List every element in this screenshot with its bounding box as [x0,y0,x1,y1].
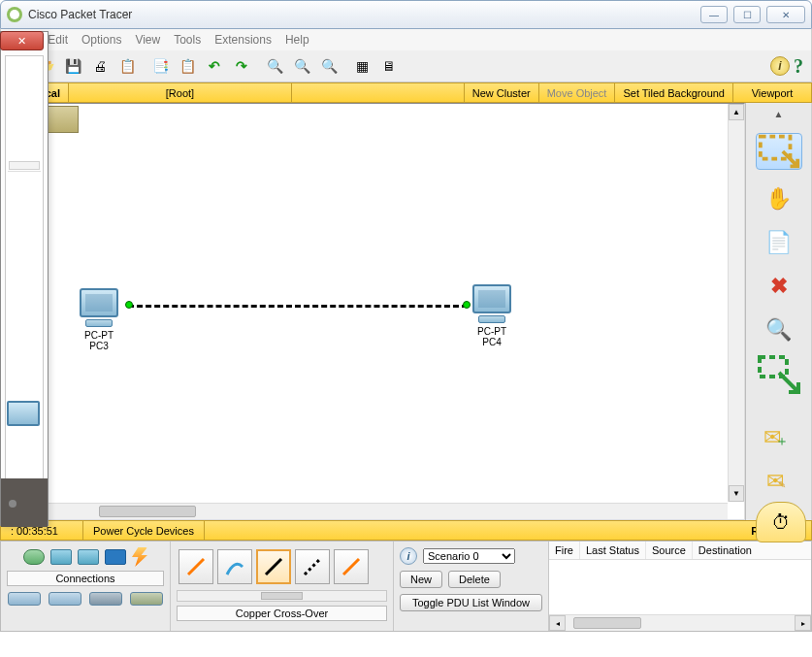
routers-category-icon[interactable] [23,549,45,565]
cable-straight-icon[interactable] [295,549,330,584]
app-icon [7,7,22,22]
cable-console-icon[interactable] [217,549,252,584]
menu-bar: File Edit Options View Tools Extensions … [0,29,812,50]
scenario-select[interactable]: Scenario 0 [423,548,515,564]
paste-icon[interactable]: 📋 [175,53,200,79]
simple-pdu-icon[interactable]: ✉＋ [756,422,802,452]
svg-line-3 [266,559,281,575]
viewport-button[interactable]: Viewport [733,83,811,102]
link-pc3-pc4[interactable] [128,305,468,308]
status-bar: : 00:35:51 Power Cycle Devices Realtime [0,520,812,541]
palette-scroll-up[interactable]: ▲ [774,109,784,119]
power-cycle-button[interactable]: Power Cycle Devices [83,521,205,540]
menu-help[interactable]: Help [285,33,309,47]
connections-category-icon[interactable] [132,547,147,567]
minimize-button[interactable]: — [700,6,728,23]
switches-category-icon[interactable] [50,549,72,565]
set-tiled-bg-button[interactable]: Set Tiled Background [615,83,733,102]
note-tool-icon[interactable]: 📄 [756,227,802,257]
move-object-button[interactable]: Move Object [539,83,616,102]
canvas-hscroll[interactable] [2,503,728,519]
print-icon[interactable]: 🖨 [87,53,113,79]
device-pc4[interactable]: PC-PT PC4 [472,284,511,347]
svg-line-5 [343,559,359,575]
canvas-vscroll[interactable]: ▲▼ [728,104,744,502]
palette-icon[interactable]: ▦ [349,53,374,79]
realtime-bubble-icon[interactable]: ⏱ [756,502,806,542]
pdu-col-laststatus[interactable]: Last Status [580,542,646,559]
redo-icon[interactable]: ↷ [229,53,254,79]
svg-line-2 [188,559,204,575]
new-cluster-button[interactable]: New Cluster [465,83,539,102]
pdu-hscroll[interactable]: ◂▸ [549,614,811,631]
floating-panel[interactable]: ✕ [0,31,49,526]
save-icon[interactable]: 💾 [60,53,85,79]
scenario-new-button[interactable]: New [400,571,442,588]
inspect-tool-icon[interactable]: 🔍 [756,314,802,345]
maximize-button[interactable]: ☐ [733,6,761,23]
device-dock: Connections Copper Cross-Over i Scenario… [0,541,812,632]
floating-pc-icon [7,401,40,426]
wan-emulation-icon[interactable] [49,592,81,606]
floating-scrollbar[interactable] [9,161,40,170]
pdu-col-destination[interactable]: Destination [693,542,758,559]
delete-tool-icon[interactable]: ✖ [756,271,802,301]
copy-icon[interactable]: 📑 [147,53,173,79]
floating-close-button[interactable]: ✕ [0,31,44,50]
pc-monitor-icon [80,288,118,317]
complex-pdu-icon[interactable]: ✉✎ [756,466,802,496]
zoom-reset-icon[interactable]: 🔍 [289,53,314,79]
pc-monitor-icon [472,284,511,313]
svg-line-4 [305,559,320,575]
context-bar: Logical [Root] New Cluster Move Object S… [0,82,812,103]
topology-canvas[interactable]: PC-PT PC3 PC-PT PC4 ▲▼ [1,103,745,520]
cable-scroll[interactable] [177,590,387,602]
category-label: Connections [7,571,164,586]
root-breadcrumb[interactable]: [Root] [69,83,292,102]
menu-edit[interactable]: Edit [48,33,68,47]
wizard-icon[interactable]: 📋 [114,53,140,79]
close-button[interactable]: ✕ [766,6,805,23]
main-toolbar: 📄 📂 💾 🖨 📋 📑 📋 ↶ ↷ 🔍 🔍 🔍 ▦ 🖥 i ? [0,50,812,82]
help-icon[interactable]: ? [794,55,803,78]
pdu-list: Fire Last Status Source Destination ◂▸ [549,542,811,631]
device-label: PC-PT PC3 [84,330,114,351]
menu-options[interactable]: Options [81,33,121,47]
move-tool-icon[interactable]: ✋ [756,183,802,214]
pc-base-icon [85,319,113,327]
custom-device-icon[interactable]: 🖥 [376,53,402,79]
cable-auto-icon[interactable] [179,549,213,584]
menu-tools[interactable]: Tools [174,33,201,47]
bg-thumb-icon [46,106,79,133]
resize-tool-icon[interactable] [756,358,802,395]
pc-base-icon [478,315,505,323]
device-pc3[interactable]: PC-PT PC3 [80,288,118,351]
multiuser-icon[interactable] [130,592,163,606]
end-devices-icon[interactable] [8,592,41,606]
cable-crossover-icon[interactable] [256,549,291,584]
zoom-out-icon[interactable]: 🔍 [316,53,341,79]
toggle-pdu-window-button[interactable]: Toggle PDU List Window [400,594,542,611]
selected-cable-label: Copper Cross-Over [177,606,387,621]
device-label: PC-PT PC4 [477,326,506,347]
cable-fiber-icon[interactable] [334,549,369,584]
menu-view[interactable]: View [135,33,160,47]
right-toolbox: ▲ ✋ 📄 ✖ 🔍 ✉＋ ✉✎ ▼ [745,103,811,520]
scenario-delete-button[interactable]: Delete [448,571,501,588]
zoom-in-icon[interactable]: 🔍 [262,53,287,79]
select-tool-icon[interactable] [756,133,802,170]
undo-icon[interactable]: ↶ [202,53,227,79]
menu-extensions[interactable]: Extensions [214,33,272,47]
pdu-col-source[interactable]: Source [646,542,693,559]
custom-made-icon[interactable] [89,592,122,606]
link-port-pc4 [463,301,471,309]
info-icon[interactable]: i [770,56,790,76]
wireless-category-icon[interactable] [105,549,126,565]
scenario-info-icon[interactable]: i [400,547,417,565]
link-port-pc3 [125,301,133,309]
hubs-category-icon[interactable] [78,549,99,565]
window-title: Cisco Packet Tracer [28,8,700,21]
pdu-col-fire[interactable]: Fire [549,542,580,559]
floating-device-preview [1,478,48,527]
